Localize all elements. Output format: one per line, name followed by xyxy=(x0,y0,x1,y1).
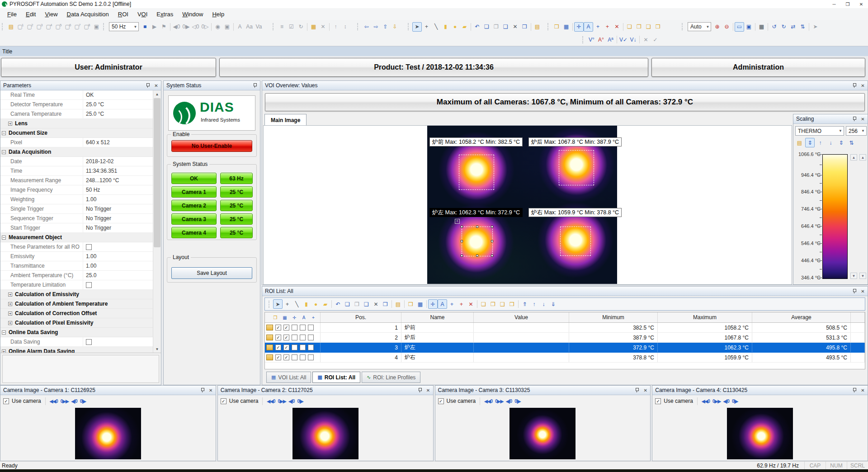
no-user-enable-button[interactable]: No User-Enable xyxy=(171,140,252,152)
select-pointer-icon[interactable]: ➤ xyxy=(412,22,422,32)
paste-special-icon[interactable]: ❑ xyxy=(501,22,510,32)
menu-item-window[interactable]: Window xyxy=(178,9,208,19)
pin-icon[interactable] xyxy=(851,288,858,294)
select-pointer-icon[interactable]: ➤ xyxy=(273,299,283,309)
zoom-in-icon[interactable]: ⊕ xyxy=(712,22,722,32)
roi-table-row[interactable]: ✓✓2炉后387.9 °C1067.8 °C531.3 °C xyxy=(265,333,865,343)
next-image-icon[interactable]: 0|▶ xyxy=(514,399,520,404)
fit-window-icon[interactable]: ▣ xyxy=(744,22,754,32)
parameter-row[interactable]: Measurement Range248...1200 °C xyxy=(0,176,153,185)
frequency-combo[interactable]: 50 Hz▼ xyxy=(109,22,139,31)
tab-main-image[interactable]: Main Image xyxy=(264,114,307,126)
parameter-row[interactable]: Temperature Limitation xyxy=(0,280,153,290)
delete-image-icon[interactable]: ✕ xyxy=(318,22,328,32)
first-image-icon[interactable]: ◀◀0 xyxy=(267,399,275,404)
last-image-icon[interactable]: 0▶▶ xyxy=(712,399,721,404)
discard-icon[interactable]: ✕ xyxy=(641,35,651,44)
menu-item-roi[interactable]: ROI xyxy=(113,9,133,19)
parameter-row[interactable]: Camera Temperature25.0 °C xyxy=(0,109,153,119)
draw-polygon-icon[interactable]: ▰ xyxy=(460,22,469,32)
parameters-scrollbar[interactable]: ▲ ▼ xyxy=(153,90,161,353)
roi-flag-checkbox[interactable] xyxy=(292,335,297,340)
pin-icon[interactable] xyxy=(851,82,858,89)
menu-item-data-acquisition[interactable]: Data Acquisition xyxy=(62,9,113,19)
previous-image-icon[interactable]: ◀|0 xyxy=(71,399,77,404)
voi-alarm-icon[interactable]: A° xyxy=(596,35,606,44)
parameter-category-row[interactable]: +Online Alarm Data Saving xyxy=(0,347,153,353)
first-image-icon[interactable]: ◀◀0 xyxy=(484,399,492,404)
parameter-category-row[interactable]: −Measurement Object xyxy=(0,233,153,242)
refresh-icon[interactable]: ↻ xyxy=(296,22,306,32)
image-next-icon[interactable]: 0▷ xyxy=(200,22,210,32)
draw-rectangle-icon[interactable]: ▮ xyxy=(441,22,450,32)
close-icon[interactable]: ✕ xyxy=(208,387,214,393)
window-6-icon[interactable]: ▢6 xyxy=(63,22,73,32)
status-value-camera-4[interactable]: 25 °C xyxy=(220,227,253,238)
undo-icon[interactable]: ↶ xyxy=(472,22,482,32)
use-camera-checkbox[interactable]: ✓ xyxy=(3,398,9,404)
font-large-icon[interactable]: Aa xyxy=(245,22,254,32)
window-7-icon[interactable]: ▢7 xyxy=(73,22,82,32)
zoom-out-icon[interactable]: ⊖ xyxy=(722,22,731,32)
properties-icon[interactable]: ▤ xyxy=(533,22,542,32)
parameters-grid[interactable]: Real TimeOKDetector Temperature25.0 °CCa… xyxy=(0,90,153,353)
expand-icon[interactable]: + xyxy=(8,293,12,297)
align-center-icon[interactable]: ↕ xyxy=(340,22,350,32)
use-camera-checkbox[interactable]: ✓ xyxy=(438,398,444,404)
parameter-row[interactable]: Time11:34:36.351 xyxy=(0,166,153,176)
roi-flag-checkbox[interactable]: ✓ xyxy=(275,354,281,360)
delete-icon[interactable]: ✕ xyxy=(510,22,520,32)
align-top-icon[interactable]: ↑ xyxy=(331,22,340,32)
flip-vertical-icon[interactable]: ⇅ xyxy=(798,22,807,32)
draw-line-icon[interactable]: ╲ xyxy=(292,299,302,309)
roi-flag-checkbox[interactable]: ✓ xyxy=(283,354,289,360)
next-image-icon[interactable]: 0|▶ xyxy=(297,399,303,404)
save-sequence-icon[interactable]: ◉ xyxy=(213,22,222,32)
undo-icon[interactable]: ↶ xyxy=(333,299,343,309)
save-file-icon[interactable]: ▦ xyxy=(561,22,571,32)
scale-spin-down-icon[interactable]: ▼ xyxy=(859,273,866,279)
parameter-row[interactable]: Data Saving xyxy=(0,337,153,347)
roi-handle[interactable] xyxy=(461,240,463,242)
roi-handle[interactable] xyxy=(476,226,478,228)
last-image-icon[interactable]: 0▶▶ xyxy=(278,399,286,404)
draw-ellipse-icon[interactable]: ● xyxy=(450,22,460,32)
maximize-button[interactable]: ❐ xyxy=(841,0,854,8)
parameter-row[interactable]: Real TimeOK xyxy=(0,90,153,100)
go-forward-icon[interactable]: ⇨ xyxy=(371,22,381,32)
draw-point-icon[interactable]: + xyxy=(283,299,292,309)
roi-flag-checkbox[interactable] xyxy=(308,335,314,340)
copy-window-2-icon[interactable]: ❐ xyxy=(634,22,644,32)
roi-flag-checkbox[interactable] xyxy=(308,345,314,350)
move-down-icon[interactable]: ↓ xyxy=(539,299,548,309)
pin-icon[interactable] xyxy=(851,387,858,393)
roi-flag-checkbox[interactable]: ✓ xyxy=(283,335,289,340)
roi-overlay-label[interactable]: 炉左 Max: 1062.3 °C Min: 372.9 °C xyxy=(429,208,523,217)
roi-remove-icon[interactable]: ✕ xyxy=(612,22,622,32)
rotate-left-icon[interactable]: ↺ xyxy=(769,22,779,32)
scroll-down-icon[interactable]: ▼ xyxy=(153,345,161,353)
column-header-maximum[interactable]: Maximum xyxy=(658,312,752,322)
levels-select[interactable]: 256▼ xyxy=(846,126,867,136)
status-value-camera-1[interactable]: 25 °C xyxy=(220,186,253,198)
copy-window-1-icon[interactable]: ❏ xyxy=(625,22,634,32)
expand-icon[interactable]: + xyxy=(8,302,12,306)
use-camera-checkbox[interactable]: ✓ xyxy=(655,398,661,404)
list-icon[interactable]: ≡ xyxy=(277,22,287,32)
first-image-icon[interactable]: ◀◀0 xyxy=(50,399,58,404)
parameter-row[interactable]: Date2018-12-02 xyxy=(0,157,153,166)
menu-item-edit[interactable]: Edit xyxy=(21,9,40,19)
stop-icon[interactable]: ■ xyxy=(140,22,150,32)
draw-ellipse-icon[interactable]: ● xyxy=(311,299,321,309)
parameter-row[interactable]: Sequence TriggerNo Trigger xyxy=(0,214,153,223)
roi-color-swatch[interactable] xyxy=(266,354,273,360)
roi-color-swatch[interactable] xyxy=(266,345,273,350)
copy-window-3-icon[interactable]: ❑ xyxy=(644,22,653,32)
scale-min-down-icon[interactable]: ↓ xyxy=(826,138,835,147)
show-value-icon[interactable]: + xyxy=(310,314,317,321)
expand-icon[interactable]: + xyxy=(8,312,12,316)
move-bottom-icon[interactable]: ⇓ xyxy=(548,299,558,309)
voi-value-icon[interactable]: V° xyxy=(587,35,596,44)
roi-table-row[interactable]: ✓✓3炉左372.9 °C1062.3 °C495.8 °C xyxy=(265,343,865,353)
paste-icon[interactable]: ❐ xyxy=(352,299,362,309)
